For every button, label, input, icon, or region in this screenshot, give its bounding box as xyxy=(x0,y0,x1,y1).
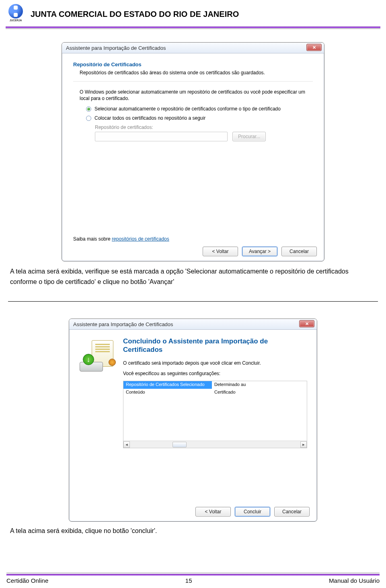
radio-auto-store[interactable] xyxy=(86,106,91,112)
radio-manual-store[interactable] xyxy=(86,116,91,121)
radio-auto-store-label: Selecionar automaticamente o repositório… xyxy=(94,106,281,112)
repo-field-label: Repositório de certificados: xyxy=(95,125,313,130)
page-header: JUCERJA JUNTA COMERCIAL DO ESTADO DO RIO… xyxy=(0,0,386,27)
dialog2-titlebar: Assistente para Importação de Certificad… xyxy=(69,319,317,330)
horizontal-scrollbar[interactable]: ◄ ► xyxy=(123,441,307,448)
arrow-down-icon: ↓ xyxy=(83,354,94,365)
learn-more-prefix: Saiba mais sobre xyxy=(73,236,112,242)
finish-button[interactable]: Concluir xyxy=(235,507,270,517)
table-cell: Certificado xyxy=(212,389,307,395)
back-button[interactable]: < Voltar xyxy=(195,507,231,517)
dialog2-title: Assistente para Importação de Certificad… xyxy=(73,321,173,327)
body-text-2: A tela acima será exibida, clique no bot… xyxy=(8,526,378,536)
divider xyxy=(73,81,313,82)
scroll-right-icon[interactable]: ► xyxy=(300,441,307,448)
footer-right: Manual do Usuário xyxy=(329,577,380,584)
close-icon: ✕ xyxy=(312,45,316,50)
finish-para1: O certificado será importado depois que … xyxy=(123,360,307,366)
dialog1-titlebar: Assistente para Importação de Certificad… xyxy=(62,43,324,53)
back-button[interactable]: < Voltar xyxy=(203,247,238,256)
next-button[interactable]: Avançar > xyxy=(242,247,277,256)
footer-rule xyxy=(6,574,380,576)
close-button[interactable]: ✕ xyxy=(306,44,322,51)
logo-caption: JUCERJA xyxy=(10,19,22,22)
table-row: Conteúdo Certificado xyxy=(123,389,307,395)
jucerja-logo: JUCERJA xyxy=(6,4,26,24)
radio-manual-store-label: Colocar todos os certificados no reposit… xyxy=(94,115,205,121)
scroll-left-icon[interactable]: ◄ xyxy=(123,441,130,448)
dialog1-title: Assistente para Importação de Certificad… xyxy=(66,45,166,51)
certificate-import-icon: ↓ xyxy=(79,340,115,372)
learn-more-link[interactable]: repositórios de certificados xyxy=(112,236,169,242)
repo-field[interactable] xyxy=(95,132,228,141)
cancel-button[interactable]: Cancelar xyxy=(281,247,317,256)
footer-page-number: 15 xyxy=(185,577,192,584)
dialog-cert-store: Assistente para Importação de Certificad… xyxy=(62,42,324,261)
finish-title: Concluindo o Assistente para Importação … xyxy=(123,337,307,354)
page-title: JUNTA COMERCIAL DO ESTADO DO RIO DE JANE… xyxy=(31,10,239,19)
close-icon: ✕ xyxy=(305,321,309,327)
finish-para2: Você especificou as seguintes configuraç… xyxy=(123,370,307,377)
table-header-left: Repositório de Certificados Selecionado xyxy=(123,381,212,389)
logo-ball-icon xyxy=(8,4,23,18)
section-separator xyxy=(8,301,378,302)
settings-table: Repositório de Certificados Selecionado … xyxy=(123,381,307,448)
dialog-finish: Assistente para Importação de Certificad… xyxy=(69,318,317,522)
close-button[interactable]: ✕ xyxy=(299,320,314,327)
page-footer: Certidão Online 15 Manual do Usuário xyxy=(0,574,386,588)
table-header-right: Determinado au xyxy=(212,381,307,389)
scroll-thumb[interactable] xyxy=(172,442,187,447)
browse-button[interactable]: Procurar... xyxy=(232,132,266,141)
footer-left: Certidão Online xyxy=(6,577,48,584)
section-title: Repositório de Certificados xyxy=(73,61,313,67)
cancel-button[interactable]: Cancelar xyxy=(274,507,310,517)
learn-more: Saiba mais sobre repositórios de certifi… xyxy=(73,236,169,242)
instruction-paragraph: O Windows pode selecionar automaticament… xyxy=(80,89,313,102)
body-text-1: A tela acima será exibida, verifique se … xyxy=(8,266,378,287)
table-cell: Conteúdo xyxy=(123,389,212,395)
section-subtitle: Repositórios de certificados são áreas d… xyxy=(80,70,313,76)
table-row: Repositório de Certificados Selecionado … xyxy=(123,381,307,389)
